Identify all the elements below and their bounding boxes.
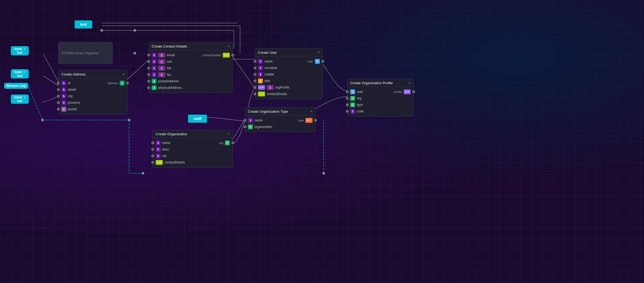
input3-close[interactable]: × [24,96,25,99]
svg-point-5 [142,172,144,175]
user-port-orgprofile[interactable] [254,86,256,89]
orgprofile-port-user-right[interactable] [412,90,415,93]
contact-port-email-left[interactable] [147,54,150,56]
org-port-name-right[interactable] [231,142,234,144]
create-organization-header: Create Organization × [153,130,232,138]
field-op-user: user [357,90,363,94]
orgprofile-port-type[interactable] [346,103,349,106]
org-row-name: S name org O [153,140,232,146]
contact-port-email-right[interactable] [231,54,234,56]
input-node-3[interactable]: Input × out [11,95,29,104]
field-city: city [68,94,73,98]
create-organization-close[interactable]: × [228,132,230,136]
create-user-node: Create User × S name user U S surname S … [255,48,323,99]
badge-arr-fax: [] [158,72,165,77]
badge-a-postal: A [152,79,157,84]
create-contact-close[interactable]: × [228,44,230,48]
input-node-1[interactable]: Input × out [11,46,29,55]
orgprofile-port-user-left[interactable] [346,90,349,93]
field-physicalAddress: physicalAddress [158,86,182,90]
address-port-id-left[interactable] [57,82,60,84]
test-label-node[interactable]: test [75,20,92,29]
address-port-postal[interactable] [57,108,60,111]
badge-s-org-vat: S [156,153,161,158]
user-port-name-right[interactable] [321,60,324,63]
contact-port-cell[interactable] [147,60,150,63]
create-address-close[interactable]: × [122,72,125,76]
orgprofile-port-code[interactable] [346,110,349,113]
badge-arr-cell: [] [158,59,165,64]
staff-label-text: staff [193,117,202,121]
badge-arr-org: [] [267,85,274,90]
contact-port-fax[interactable] [147,73,150,76]
create-org-type-node: Create Organization Type × S name type O… [245,107,315,132]
create-user-close[interactable]: × [318,50,320,55]
org-row-contact: C D contactDetails [153,159,232,166]
create-org-profile-title: Create Organization Profile [350,81,393,85]
orgprofile-row-user: U user profile O P [347,89,413,95]
storm-note-text: STORM React Digrams! [61,51,99,55]
org-row-vat: S vat [153,153,232,159]
field-org-name: name [162,141,170,145]
svg-point-0 [100,29,103,32]
user-port-middle[interactable] [254,73,256,76]
orgprofile-row-code: S code [347,108,413,115]
org-port-vat[interactable] [151,155,154,157]
input2-close[interactable]: × [24,70,25,74]
input1-close[interactable]: × [24,47,25,51]
contact-port-postal[interactable] [147,80,150,83]
input3-bot-label: out [17,99,23,103]
create-address-title: Create Address [61,72,86,76]
user-port-contact[interactable] [254,93,256,95]
orgtype-row-name: S name type O T [245,117,315,124]
contact-port-tell[interactable] [147,67,150,70]
field-op-org: org [357,96,361,100]
org-port-name-left[interactable] [151,142,154,144]
input-node-2[interactable]: Input × out [11,69,29,78]
create-org-type-close[interactable]: × [310,109,313,114]
create-org-profile-node: Create Organization Profile × U user pro… [347,79,414,117]
contact-row-tell: S [] tell [149,65,232,71]
user-port-surname[interactable] [254,67,256,69]
field-dob: dob [264,79,270,83]
field-op-type: type [357,103,363,107]
contact-row-postal: A postalAddress [149,78,232,84]
field-orgtype-name: name [254,118,263,122]
badge-o-type: O [350,102,355,107]
badge-s-orgtype-name: S [248,118,253,123]
create-contact-body: S [] email contactDetails C D S [] cell … [149,50,232,93]
create-organization-node: Create Organization × S name org O S des… [153,130,233,168]
address-row-id: S id address A [59,80,127,86]
user-port-dob[interactable] [254,80,256,82]
orgtype-port-name-right[interactable] [314,119,317,122]
badge-u-user: U [350,89,355,94]
staff-label-node[interactable]: staff [188,115,207,123]
badge-s-org-name: S [156,140,161,145]
badge-a-output: A [120,81,125,86]
field-org-vat: vat [162,154,167,158]
org-port-desc[interactable] [151,148,154,151]
create-org-type-body: S name type O T O organization [245,115,315,132]
address-port-city[interactable] [57,95,60,98]
org-port-contact[interactable] [151,161,154,164]
create-user-title: Create User [258,51,277,55]
user-port-name-left[interactable] [254,60,256,63]
contact-row-fax: S [] fax [149,71,232,78]
create-org-profile-close[interactable]: × [409,81,411,85]
orgtype-port-name-left[interactable] [244,119,246,122]
badge-s-name: S [258,59,263,64]
badge-o-org-output: O [225,140,230,145]
input1-bot-label: out [17,51,23,55]
orgprofile-port-org[interactable] [346,97,349,100]
address-port-province[interactable] [57,101,60,104]
address-port-street[interactable] [57,88,60,91]
badge-s-code: S [350,109,355,114]
address-port-id-right[interactable] [126,82,129,84]
badge-s-cell: S [152,59,157,64]
storm-note-node: STORM React Digrams! [58,42,113,64]
western-cap-node[interactable]: Western Cap [4,83,28,89]
user-row-middle: S middle [255,71,323,78]
contact-port-physical[interactable] [147,86,150,89]
orgtype-port-org[interactable] [244,125,246,128]
contact-row-email: S [] email contactDetails C D [149,52,232,58]
